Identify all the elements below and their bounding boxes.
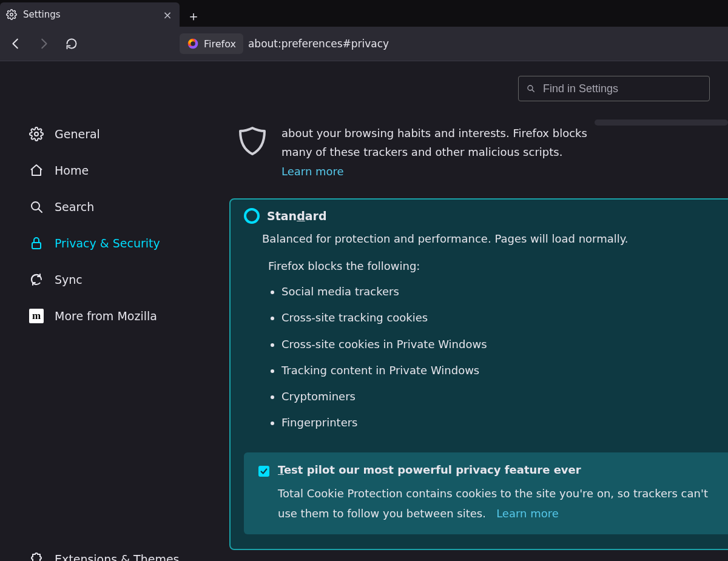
find-in-settings[interactable] <box>518 76 710 101</box>
block-item: Cross-site cookies in Private Windows <box>281 331 728 357</box>
reload-button[interactable] <box>61 33 83 55</box>
blocks-list: Social media trackers Cross-site trackin… <box>268 278 728 435</box>
test-pilot-title: Test pilot our most powerful privacy fea… <box>278 463 581 476</box>
search-icon <box>29 200 44 214</box>
sidebar-item-home[interactable]: Home <box>29 155 211 186</box>
test-pilot-body: Total Cookie Protection contains cookies… <box>278 484 722 523</box>
new-tab-button[interactable]: ＋ <box>183 6 204 27</box>
tracking-learn-more-link[interactable]: Learn more <box>281 165 612 178</box>
svg-line-5 <box>38 209 42 212</box>
sidebar-item-privacy[interactable]: Privacy & Security <box>29 227 211 259</box>
block-item: Tracking content in Private Windows <box>281 357 728 383</box>
search-icon <box>526 84 536 93</box>
home-icon <box>29 163 44 178</box>
block-item: Cryptominers <box>281 383 728 409</box>
test-pilot-panel: Test pilot our most powerful privacy fea… <box>244 452 728 534</box>
tracking-intro-text: about your browsing habits and interests… <box>281 124 612 161</box>
standard-description: Balanced for protection and performance.… <box>262 232 728 245</box>
block-item: Cross-site tracking cookies <box>281 304 728 331</box>
scrollbar-indicator <box>595 119 728 126</box>
browser-tab-settings[interactable]: Settings × <box>0 2 180 27</box>
svg-line-8 <box>532 90 534 92</box>
gear-icon <box>6 9 17 20</box>
test-pilot-learn-more-link[interactable]: Learn more <box>496 507 559 520</box>
sidebar-item-label: Privacy & Security <box>55 237 160 250</box>
tab-strip: Settings × ＋ <box>0 0 728 27</box>
identity-chip[interactable]: Firefox <box>180 33 243 54</box>
sidebar-item-general[interactable]: General <box>29 118 211 150</box>
sidebar-item-label: Home <box>55 164 89 177</box>
url-text: about:preferences#privacy <box>248 38 389 50</box>
settings-main: about your browsing habits and interests… <box>211 61 728 561</box>
url-bar[interactable]: Firefox about:preferences#privacy <box>180 32 723 56</box>
sidebar-item-more-mozilla[interactable]: m More from Mozilla <box>29 300 211 332</box>
gear-icon <box>29 127 44 141</box>
block-item: Social media trackers <box>281 278 728 304</box>
find-in-settings-input[interactable] <box>542 82 702 96</box>
svg-point-3 <box>35 132 38 136</box>
svg-rect-6 <box>32 243 41 249</box>
standard-radio[interactable] <box>244 208 260 224</box>
tab-title: Settings <box>23 9 155 20</box>
sidebar-item-sync[interactable]: Sync <box>29 264 211 295</box>
close-tab-button[interactable]: × <box>161 8 174 21</box>
sidebar-item-label: General <box>55 127 100 141</box>
nav-toolbar: Firefox about:preferences#privacy <box>0 27 728 61</box>
shield-icon <box>235 124 269 158</box>
sidebar-item-search[interactable]: Search <box>29 191 211 223</box>
sidebar-item-label: Sync <box>55 273 83 286</box>
puzzle-icon <box>29 552 44 561</box>
forward-button[interactable] <box>33 33 55 55</box>
test-pilot-checkbox[interactable] <box>258 466 269 477</box>
blocks-label: Firefox blocks the following: <box>268 260 728 272</box>
sidebar-item-label: Search <box>55 200 94 213</box>
settings-sidebar: General Home Search Privacy & Security S… <box>0 61 211 561</box>
lock-icon <box>29 236 44 250</box>
block-item: Fingerprinters <box>281 409 728 435</box>
sync-icon <box>29 272 44 287</box>
firefox-logo-icon <box>187 38 199 50</box>
settings-page: General Home Search Privacy & Security S… <box>0 61 728 561</box>
tracking-intro: about your browsing habits and interests… <box>235 124 612 178</box>
sidebar-item-label: More from Mozilla <box>55 309 157 323</box>
mozilla-icon: m <box>29 309 44 323</box>
protection-standard-card: Standard Balanced for protection and per… <box>229 198 728 550</box>
standard-title: Standard <box>267 209 327 223</box>
sidebar-item-extensions[interactable]: Extensions & Themes <box>29 552 180 561</box>
svg-point-0 <box>10 13 13 16</box>
back-button[interactable] <box>5 33 27 55</box>
svg-point-2 <box>190 41 195 46</box>
identity-label: Firefox <box>204 38 236 50</box>
sidebar-item-label: Extensions & Themes <box>55 553 180 561</box>
